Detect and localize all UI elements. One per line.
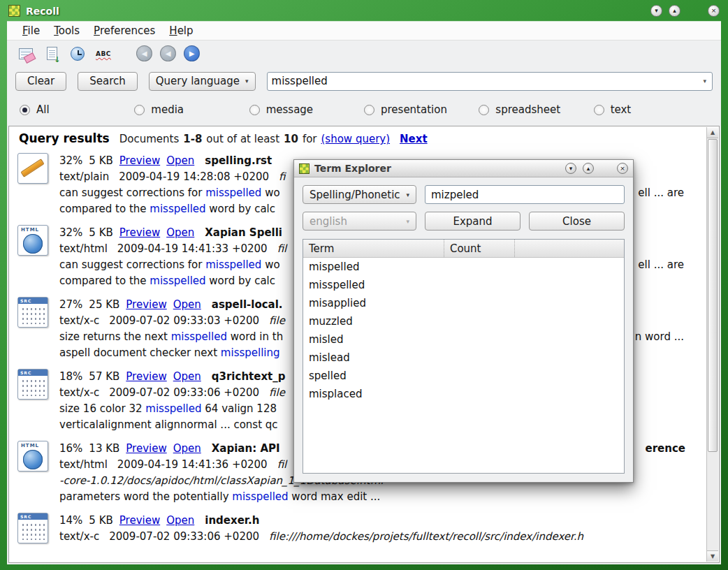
filter-text[interactable]: text [594,103,708,116]
snippet-right-fragment: n word ... [635,329,704,345]
source-label: SRC [18,298,48,304]
dialog-titlebar[interactable]: Term Explorer ▾ ▴ × [294,160,633,177]
result-snippet-line: parameters word the potentially misspell… [59,489,704,505]
result-title: Xapian: API [212,441,280,457]
open-link[interactable]: Open [166,225,194,241]
dialog-maximize-button[interactable]: ▴ [583,163,594,174]
result-mimetype: text/html [59,241,108,257]
menu-preferences[interactable]: Preferences [87,22,162,39]
preview-link[interactable]: Preview [126,297,166,313]
filter-label: text [611,103,632,116]
header-filler [515,240,624,257]
preview-link[interactable]: Preview [126,369,166,385]
menu-tools[interactable]: Tools [47,22,87,39]
filter-media[interactable]: media [134,103,249,116]
result-title: spelling.rst [205,153,272,169]
dialog-shade-button[interactable]: ▾ [565,163,576,174]
history-icon[interactable] [68,45,87,63]
html-file-icon: HTML SRC [17,225,48,256]
term-column-header[interactable]: Term [303,240,444,257]
result-relevance: 32% [59,225,82,241]
query-language-dropdown[interactable]: Query language ▾ [149,72,256,91]
arrow-left-icon: ◀ [142,50,147,57]
clear-button[interactable]: Clear [15,72,66,91]
query-combobox[interactable]: ▾ [267,72,713,91]
menu-file[interactable]: File [15,22,47,39]
result-relevance: 27% [59,297,82,313]
text-file-icon: HTML SRC [17,153,48,184]
scroll-up-icon[interactable]: ▲ [707,127,718,138]
results-range: 1-8 [183,133,202,145]
preview-link[interactable]: Preview [119,225,160,241]
expansion-mode-dropdown[interactable]: Spelling/Phonetic ▾ [303,185,416,204]
term-row[interactable]: misled [303,330,624,349]
filter-spreadsheet[interactable]: spreadsheet [479,103,593,116]
titlebar[interactable]: Recoll ▾ ▴ × [8,2,720,20]
term-row[interactable]: misapplied [303,294,624,312]
document-arrow-icon [47,47,57,60]
result-url: file:///home/dockes/projets/fulltext/rec… [269,529,583,545]
preview-link[interactable]: Preview [119,513,160,529]
dialog-close-icon[interactable]: × [617,163,628,174]
result-relevance: 18% [59,369,82,385]
recoll-app-icon [299,163,310,174]
results-scrollbar[interactable]: ▲ ▼ [706,127,718,562]
open-link[interactable]: Open [173,441,201,457]
result-date: 2009-04-19 14:41:36 +0200 [117,457,268,473]
result-date: 2009-07-02 09:33:03 +0200 [109,313,259,329]
shade-button[interactable]: ▾ [650,5,662,17]
chevron-down-icon[interactable]: ▾ [700,78,709,85]
result-mimetype: text/x-c [59,385,99,401]
window-controls: ▾ ▴ × [650,5,720,17]
search-input[interactable] [272,75,701,87]
filter-label: media [151,103,184,116]
open-link[interactable]: Open [166,153,194,169]
snippet-right-fragment: ell ... are [638,257,704,273]
preview-link[interactable]: Preview [119,153,160,169]
filter-all[interactable]: All [20,103,134,116]
count-column-header[interactable]: Count [444,240,515,257]
document-tool-icon[interactable] [43,45,61,63]
term-row[interactable]: misplaced [303,385,624,403]
spellcheck-icon[interactable]: ABC [94,45,112,63]
prev-page-icon: ◀ [160,45,176,61]
highlighted-term: misspelled [171,330,227,343]
next-page-icon[interactable]: ▶ [184,45,200,61]
filter-message[interactable]: message [249,103,364,116]
expand-button[interactable]: Expand [425,212,520,231]
preview-link[interactable]: Preview [126,441,166,457]
scrollbar-thumb[interactable] [708,139,718,452]
filter-presentation[interactable]: presentation [364,103,479,116]
expansion-mode-value: Spelling/Phonetic [310,189,400,201]
radio-icon [479,105,489,115]
open-link[interactable]: Open [173,297,201,313]
source-dots [21,307,45,324]
search-button[interactable]: Search [78,72,138,91]
radio-icon [134,105,145,115]
result-date: 2009-04-19 14:28:08 +0200 [119,169,269,185]
term-input[interactable] [425,185,625,204]
result-size: 5 KB [89,153,112,169]
term-cell: muzzled [303,315,444,328]
close-dialog-button[interactable]: Close [529,212,625,231]
scroll-down-icon[interactable]: ▼ [707,550,718,562]
next-page-link[interactable]: Next [400,133,428,145]
clear-search-icon[interactable] [17,45,35,63]
open-link[interactable]: Open [166,513,194,529]
result-relevance: 14% [59,513,82,529]
term-row[interactable]: misspelled [303,276,624,294]
close-icon[interactable]: × [708,5,720,17]
snippet-right-fragment: ell ... are [638,185,704,201]
term-row[interactable]: spelled [303,367,624,385]
open-link[interactable]: Open [173,369,201,385]
term-row[interactable]: mislead [303,349,624,367]
term-row[interactable]: mispelled [303,258,624,276]
highlighted-term: misspelled [205,258,261,271]
result-meta: text/x-c 2009-07-02 09:33:06 +0200 file:… [59,529,704,545]
result-headline: 14% 5 KB Preview Open indexer.h [59,513,704,529]
term-row[interactable]: muzzled [303,312,624,330]
show-query-link[interactable]: (show query) [321,133,391,145]
maximize-button[interactable]: ▴ [669,5,680,17]
menu-help[interactable]: Help [162,22,200,39]
results-title: Query results [19,131,110,145]
